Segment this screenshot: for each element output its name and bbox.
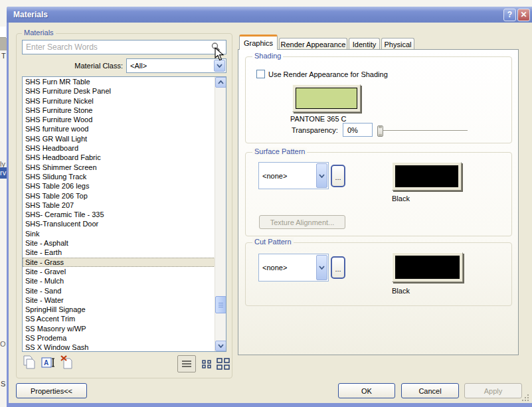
view-list-button[interactable] [177,355,196,372]
close-button[interactable]: ✕ [517,9,530,21]
tab-physical[interactable]: Physical [381,38,414,50]
cut-pattern-color-swatch[interactable] [392,252,463,282]
tab-identity[interactable]: Identity [349,38,380,50]
surface-pattern-groupbox: Surface Pattern <none> ... Black Texture… [245,152,512,236]
shading-color-name: PANTONE 365 C [290,115,347,123]
material-class-label: Material Class: [22,62,123,70]
list-item[interactable]: SHS Furniture Nickel [23,96,215,106]
cut-pattern-color-fill [395,256,460,279]
list-item[interactable]: SHS Table 206 Top [23,191,215,201]
delete-icon [59,355,75,370]
list-item[interactable]: SS Accent Trim [23,314,215,323]
list-item[interactable]: Site - Water [23,295,215,305]
search-input[interactable] [22,40,226,54]
surface-pattern-dropdown[interactable]: <none> [258,162,329,189]
list-item[interactable]: Site - Earth [23,248,215,257]
transparency-slider-track[interactable] [379,130,468,131]
shading-groupbox: Shading Use Render Appearance for Shadin… [245,56,512,143]
list-item[interactable]: SpringHill Signage [23,305,215,314]
list-item[interactable]: SHS Headboard [23,143,215,153]
tab-graphics[interactable]: Graphics [239,35,278,50]
materials-listbox: SHS Furn MR TableSHS Furniture Desk Pane… [22,76,226,352]
list-item[interactable]: SHS Furn MR Table [23,77,215,86]
transparency-input[interactable] [343,123,373,137]
list-item[interactable]: Site - Asphalt [23,238,215,248]
scroll-down-icon[interactable] [215,341,226,351]
texture-alignment-button: Texture Alignment... [259,215,345,229]
chevron-down-icon[interactable] [214,60,225,72]
cut-pattern-value: <none> [262,264,287,272]
cut-pattern-groupbox: Cut Pattern <none> ... Black [245,242,512,306]
view-large-icons-button[interactable] [215,356,231,372]
apply-button: Apply [464,383,522,398]
mouse-cursor [215,47,224,61]
surface-pattern-color-swatch[interactable] [392,162,462,191]
transparency-slider-thumb[interactable] [377,125,383,137]
list-item[interactable]: SHS-Translucent Door [23,219,215,228]
cut-pattern-color-name: Black [392,287,410,295]
rename-icon: A [41,356,56,369]
list-item[interactable]: SS X Window Sash [23,343,215,352]
bg-fragment: S [1,380,5,388]
rename-material-button[interactable]: A [41,356,56,372]
cut-pattern-browse-button[interactable]: ... [331,256,345,279]
shading-color-swatch[interactable] [292,84,361,112]
list-item[interactable]: SHS- Ceramic Tile - 335 [23,210,215,219]
bg-fragment: O [0,340,6,348]
list-item[interactable]: Sink [23,229,215,238]
tab-render-appearance[interactable]: Render Appearance [279,38,347,50]
materials-group-label: Materials [22,29,56,37]
scroll-up-icon[interactable] [215,77,226,88]
list-item[interactable]: SHS furniture wood [23,124,215,133]
surface-pattern-value: <none> [262,172,287,180]
help-button[interactable]: ? [503,9,516,21]
list-view-icon [181,359,192,368]
cut-pattern-group-label: Cut Pattern [252,238,294,246]
ok-button[interactable]: OK [338,383,395,398]
list-item[interactable]: SHS GR Wall Light [23,134,215,143]
duplicate-material-button[interactable] [22,355,37,373]
materials-list-scrollbar[interactable] [215,77,226,351]
window-title: Materials [7,10,48,19]
material-class-dropdown[interactable]: <All> [126,58,226,73]
list-item[interactable]: Site - Sand [23,286,215,295]
list-item[interactable]: SHS Table 206 legs [23,181,215,191]
list-item[interactable]: SHS Table 207 [23,201,215,210]
list-item[interactable]: SS Masonry w/WP [23,324,215,333]
view-small-icons-button[interactable] [200,357,213,370]
materials-dialog: Materials ? ✕ Materials Material Class: … [7,7,532,407]
surface-pattern-group-label: Surface Pattern [252,147,307,155]
svg-text:A: A [44,359,48,366]
dialog-body: Materials Material Class: <All> SHS Furn… [9,23,532,403]
list-item[interactable]: Site - Mulch [23,276,215,285]
delete-material-button[interactable] [59,355,75,373]
surface-pattern-browse-button[interactable]: ... [331,165,345,187]
materials-list: SHS Furn MR TableSHS Furniture Desk Pane… [23,77,215,352]
list-item[interactable]: Site - Gravel [23,267,215,276]
use-render-appearance-label: Use Render Appearance for Shading [268,70,388,78]
cancel-button[interactable]: Cancel [401,383,459,398]
duplicate-icon [22,355,37,370]
list-item[interactable]: SHS Furniture Wood [23,115,215,124]
chevron-down-icon[interactable] [316,163,327,188]
bg-fragment: rv [0,169,6,177]
properties-toggle-button[interactable]: Properties<< [16,383,87,398]
scrollbar-thumb[interactable] [215,296,226,313]
graphics-tab-page: Shading Use Render Appearance for Shadin… [238,49,519,355]
chevron-down-icon[interactable] [316,255,327,280]
list-item[interactable]: SHS Furniture Desk Panel [23,86,215,96]
small-icons-view-icon [202,359,212,369]
bg-fragment: T [1,52,6,60]
cut-pattern-dropdown[interactable]: <none> [258,254,329,282]
list-item[interactable]: SS Prodema [23,333,215,343]
title-bar[interactable]: Materials ? ✕ [7,7,532,23]
list-item[interactable]: SHS Slidung Track [23,172,215,181]
list-item[interactable]: Site - Grass [23,258,215,267]
resize-grip-icon[interactable] [521,394,529,402]
large-icons-view-icon [217,358,230,370]
use-render-appearance-checkbox[interactable] [256,70,265,78]
surface-pattern-color-name: Black [392,195,410,203]
list-item[interactable]: SHS Shimmer Screen [23,163,215,172]
list-item[interactable]: SHS Furniture Stone [23,106,215,115]
list-item[interactable]: SHS Headboard Fabric [23,153,215,162]
